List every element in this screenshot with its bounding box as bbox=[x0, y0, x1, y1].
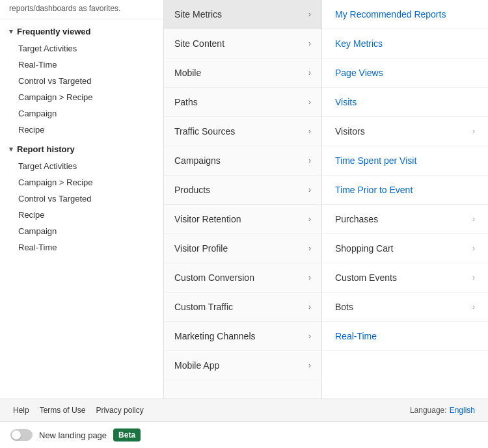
menu-item-paths[interactable]: Paths › bbox=[164, 88, 321, 117]
toggle-knob bbox=[12, 430, 21, 440]
chevron-right-icon: › bbox=[308, 185, 311, 194]
chevron-right-icon: › bbox=[308, 273, 311, 282]
right-panel-my-recommended-reports[interactable]: My Recommended Reports bbox=[322, 0, 488, 29]
chevron-right-icon: › bbox=[308, 68, 311, 77]
right-panel-key-metrics[interactable]: Key Metrics bbox=[322, 29, 488, 59]
right-panel-item-label: Purchases bbox=[335, 214, 378, 224]
right-panel-item-label: My Recommended Reports bbox=[335, 9, 446, 20]
menu-item-label: Campaigns bbox=[174, 155, 221, 166]
menu-item-label: Paths bbox=[174, 97, 198, 107]
footer-language-label: Language: bbox=[410, 406, 447, 415]
chevron-right-icon: › bbox=[308, 156, 311, 165]
chevron-right-icon: › bbox=[308, 215, 311, 224]
section-label-2: Report history bbox=[17, 144, 75, 154]
menu-item-label: Site Metrics bbox=[174, 9, 222, 20]
bottom-bar: New landing page Beta bbox=[0, 421, 488, 448]
footer-privacy-link[interactable]: Privacy policy bbox=[96, 406, 143, 415]
beta-badge: Beta bbox=[113, 428, 141, 441]
right-panel-page-views[interactable]: Page Views bbox=[322, 59, 488, 88]
menu-item-traffic-sources[interactable]: Traffic Sources › bbox=[164, 117, 321, 146]
menu-item-label: Visitor Retention bbox=[174, 214, 241, 224]
new-landing-page-toggle[interactable] bbox=[10, 429, 33, 441]
caret-icon: ▾ bbox=[9, 27, 13, 36]
chevron-right-icon: › bbox=[472, 302, 475, 311]
right-panel-time-prior-to-event[interactable]: Time Prior to Event bbox=[322, 176, 488, 205]
sidebar-section-frequently-viewed[interactable]: ▾ Frequently viewed bbox=[0, 20, 163, 40]
sidebar-item-real-time-1[interactable]: Real-Time bbox=[0, 57, 163, 73]
middle-menu: Site Metrics › Site Content › Mobile › P… bbox=[164, 0, 322, 399]
sidebar-item-target-activities-1[interactable]: Target Activities bbox=[0, 40, 163, 57]
sidebar-item-campaign-2[interactable]: Campaign bbox=[0, 223, 163, 239]
menu-item-label: Mobile App bbox=[174, 360, 219, 371]
right-panel-item-label: Time Prior to Event bbox=[335, 185, 413, 195]
chevron-right-icon: › bbox=[472, 244, 475, 253]
menu-item-label: Site Content bbox=[174, 38, 224, 49]
menu-item-campaigns[interactable]: Campaigns › bbox=[164, 146, 321, 176]
chevron-right-icon: › bbox=[472, 215, 475, 224]
menu-item-label: Products bbox=[174, 185, 210, 195]
menu-item-products[interactable]: Products › bbox=[164, 176, 321, 205]
footer: Help Terms of Use Privacy policy Languag… bbox=[0, 399, 488, 421]
chevron-right-icon: › bbox=[472, 273, 475, 282]
menu-item-marketing-channels[interactable]: Marketing Channels › bbox=[164, 322, 321, 351]
menu-item-mobile-app[interactable]: Mobile App › bbox=[164, 351, 321, 380]
right-panel-visitors[interactable]: Visitors › bbox=[322, 117, 488, 146]
right-panel-visits[interactable]: Visits bbox=[322, 88, 488, 117]
footer-help-link[interactable]: Help bbox=[13, 406, 29, 415]
right-panel-item-label: Bots bbox=[335, 302, 353, 312]
sidebar-item-recipe-1[interactable]: Recipe bbox=[0, 122, 163, 138]
right-panel-item-label: Shopping Cart bbox=[335, 243, 394, 254]
chevron-right-icon: › bbox=[308, 39, 311, 48]
menu-item-label: Visitor Profile bbox=[174, 243, 228, 254]
menu-item-label: Marketing Channels bbox=[174, 331, 256, 341]
chevron-right-icon: › bbox=[472, 127, 475, 136]
footer-links: Help Terms of Use Privacy policy bbox=[13, 406, 144, 415]
sidebar-section-report-history[interactable]: ▾ Report history bbox=[0, 138, 163, 158]
sidebar-item-campaign-1[interactable]: Campaign bbox=[0, 105, 163, 122]
chevron-right-icon: › bbox=[308, 361, 311, 370]
menu-item-label: Custom Traffic bbox=[174, 302, 233, 312]
right-panel-item-label: Key Metrics bbox=[335, 38, 383, 49]
right-panel-real-time[interactable]: Real-Time bbox=[322, 322, 488, 351]
chevron-right-icon: › bbox=[308, 127, 311, 136]
chevron-right-icon: › bbox=[308, 302, 311, 311]
right-panel-item-label: Real-Time bbox=[335, 331, 377, 341]
menu-item-label: Traffic Sources bbox=[174, 126, 235, 137]
new-landing-page-label: New landing page bbox=[39, 430, 107, 440]
menu-item-site-metrics[interactable]: Site Metrics › bbox=[164, 0, 321, 29]
chevron-right-icon: › bbox=[308, 98, 311, 107]
right-panel-bots[interactable]: Bots › bbox=[322, 293, 488, 322]
menu-item-visitor-profile[interactable]: Visitor Profile › bbox=[164, 234, 321, 263]
chevron-right-icon: › bbox=[308, 244, 311, 253]
sidebar-item-campaign-recipe-2[interactable]: Campaign > Recipe bbox=[0, 174, 163, 191]
right-panel-time-spent-per-visit[interactable]: Time Spent per Visit bbox=[322, 146, 488, 176]
footer-language-value[interactable]: English bbox=[450, 406, 475, 415]
footer-terms-link[interactable]: Terms of Use bbox=[40, 406, 86, 415]
sidebar-item-target-activities-2[interactable]: Target Activities bbox=[0, 158, 163, 174]
menu-item-custom-traffic[interactable]: Custom Traffic › bbox=[164, 293, 321, 322]
sidebar: reports/dashboards as favorites. ▾ Frequ… bbox=[0, 0, 164, 399]
menu-item-visitor-retention[interactable]: Visitor Retention › bbox=[164, 205, 321, 234]
menu-item-custom-conversion[interactable]: Custom Conversion › bbox=[164, 263, 321, 293]
right-panel-item-label: Visits bbox=[335, 97, 357, 107]
sidebar-item-control-vs-targeted-1[interactable]: Control vs Targeted bbox=[0, 73, 163, 89]
chevron-right-icon: › bbox=[308, 332, 311, 341]
menu-item-site-content[interactable]: Site Content › bbox=[164, 29, 321, 59]
sidebar-item-real-time-2[interactable]: Real-Time bbox=[0, 239, 163, 256]
caret-icon-2: ▾ bbox=[9, 145, 13, 153]
right-panel-shopping-cart[interactable]: Shopping Cart › bbox=[322, 234, 488, 263]
sidebar-item-control-vs-targeted-2[interactable]: Control vs Targeted bbox=[0, 191, 163, 207]
right-panel-item-label: Time Spent per Visit bbox=[335, 155, 416, 166]
chevron-right-icon: › bbox=[308, 10, 311, 19]
right-panel-item-label: Page Views bbox=[335, 68, 383, 78]
menu-item-mobile[interactable]: Mobile › bbox=[164, 59, 321, 88]
right-panel-item-label: Custom Events bbox=[335, 272, 397, 283]
menu-item-label: Mobile bbox=[174, 68, 201, 78]
footer-language: Language: English bbox=[410, 406, 475, 415]
right-panel-purchases[interactable]: Purchases › bbox=[322, 205, 488, 234]
right-panel-custom-events[interactable]: Custom Events › bbox=[322, 263, 488, 293]
sidebar-item-campaign-recipe-1[interactable]: Campaign > Recipe bbox=[0, 89, 163, 105]
section-label: Frequently viewed bbox=[17, 27, 90, 36]
sidebar-item-recipe-2[interactable]: Recipe bbox=[0, 207, 163, 223]
right-panel: My Recommended Reports Key Metrics Page … bbox=[322, 0, 488, 399]
